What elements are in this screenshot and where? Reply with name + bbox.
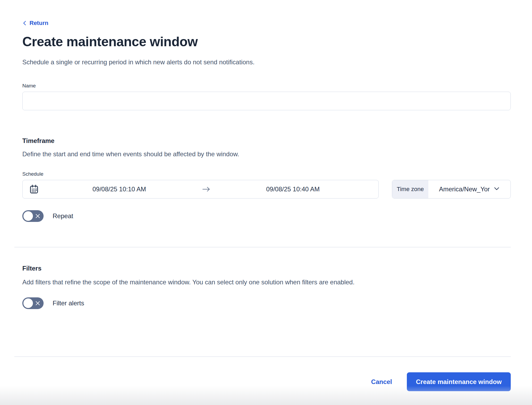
calendar-icon: [29, 184, 39, 195]
footer-divider: [14, 356, 511, 357]
return-label: Return: [29, 20, 48, 27]
timezone-select: Time zone America/New_Yor: [392, 180, 511, 199]
schedule-row: 09/08/25 10:10 AM 09/08/25 10:40 AM Time…: [22, 180, 511, 199]
create-maintenance-window-button[interactable]: Create maintenance window: [407, 372, 511, 391]
x-icon: [35, 300, 41, 307]
filters-heading: Filters: [22, 264, 511, 272]
toggle-knob: [23, 298, 33, 308]
end-datetime-field[interactable]: 09/08/25 10:40 AM: [213, 180, 373, 198]
filters-description: Add filters that refine the scope of the…: [22, 278, 511, 286]
page-subtitle: Schedule a single or recurring period in…: [22, 58, 511, 66]
chevron-left-icon: [22, 20, 27, 26]
page-title: Create maintenance window: [22, 34, 511, 50]
start-datetime-field[interactable]: 09/08/25 10:10 AM: [39, 180, 200, 198]
timezone-dropdown[interactable]: America/New_Yor: [428, 180, 510, 198]
filter-alerts-label: Filter alerts: [53, 299, 84, 307]
schedule-label: Schedule: [22, 171, 511, 177]
filter-alerts-toggle[interactable]: [22, 297, 44, 309]
timezone-value: America/New_Yor: [439, 185, 490, 193]
toggle-knob: [23, 211, 33, 221]
x-icon: [35, 213, 41, 220]
cancel-button[interactable]: Cancel: [371, 378, 392, 386]
return-link[interactable]: Return: [22, 20, 48, 27]
create-maintenance-window-page: Return Create maintenance window Schedul…: [0, 0, 532, 405]
name-input[interactable]: [22, 92, 511, 110]
timeframe-description: Define the start and end time when event…: [22, 150, 511, 158]
section-divider: [14, 247, 511, 247]
timeframe-heading: Timeframe: [22, 137, 511, 145]
chevron-down-icon: [493, 185, 500, 193]
date-range-picker: 09/08/25 10:10 AM 09/08/25 10:40 AM: [22, 180, 379, 199]
filter-alerts-toggle-row: Filter alerts: [22, 297, 511, 309]
repeat-label: Repeat: [53, 212, 73, 220]
footer-actions: Cancel Create maintenance window: [22, 372, 511, 391]
name-label: Name: [22, 83, 511, 89]
timezone-label: Time zone: [392, 180, 428, 198]
repeat-toggle[interactable]: [22, 210, 44, 222]
repeat-toggle-row: Repeat: [22, 210, 511, 222]
arrow-right-icon: [200, 186, 213, 193]
